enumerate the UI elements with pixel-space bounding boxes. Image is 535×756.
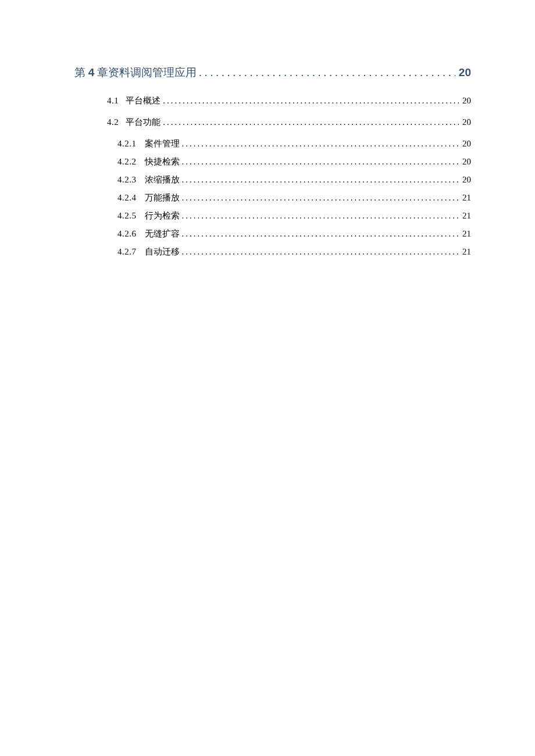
subsection-number: 4.2.3 [117, 175, 137, 185]
toc-leader-dots [182, 157, 459, 167]
section-number: 4.2 [107, 117, 119, 127]
toc-chapter-page: 20 [459, 66, 471, 79]
document-page: 第 4 章资料调阅管理应用 20 4.1 平台概述 20 4.2 平台功能 20… [0, 0, 535, 257]
toc-subsection-entry: 4.2.2 快捷检索 20 [117, 156, 471, 167]
subsection-page: 20 [462, 139, 471, 149]
section-page: 20 [462, 96, 471, 106]
toc-chapter-title: 第 4 章资料调阅管理应用 [74, 65, 197, 80]
toc-subsection-entry: 4.2.7 自动迁移 21 [117, 246, 471, 257]
subsection-number: 4.2.2 [117, 157, 137, 167]
subsection-page: 21 [462, 229, 471, 239]
toc-section-entry: 4.2 平台功能 20 [107, 117, 471, 128]
toc-section-entry: 4.1 平台概述 20 [107, 95, 471, 106]
subsection-page: 20 [462, 157, 471, 167]
chapter-text: 资料调阅管理应用 [108, 66, 197, 78]
toc-subsection-entry: 4.2.1 案件管理 20 [117, 138, 471, 149]
toc-subsection-entry: 4.2.6 无缝扩容 21 [117, 228, 471, 239]
subsection-title: 无缝扩容 [145, 228, 180, 239]
toc-leader-dots [182, 229, 459, 239]
subsection-number: 4.2.5 [117, 211, 137, 221]
subsection-title: 浓缩播放 [145, 174, 180, 185]
subsection-title: 快捷检索 [145, 156, 180, 167]
toc-leader-dots [182, 139, 459, 149]
toc-subsection-entry: 4.2.4 万能播放 21 [117, 192, 471, 203]
section-title: 平台概述 [126, 95, 160, 106]
toc-leader-dots [182, 211, 459, 221]
subsection-number: 4.2.4 [117, 193, 137, 203]
toc-leader-dots [182, 193, 459, 203]
toc-subsection-entry: 4.2.5 行为检索 21 [117, 210, 471, 221]
chapter-prefix: 第 [74, 66, 88, 78]
subsection-number: 4.2.1 [117, 139, 137, 149]
toc-chapter-entry: 第 4 章资料调阅管理应用 20 [74, 65, 471, 80]
section-number: 4.1 [107, 96, 119, 106]
toc-leader-dots [182, 247, 459, 257]
toc-subsection-entry: 4.2.3 浓缩播放 20 [117, 174, 471, 185]
section-page: 20 [462, 117, 471, 127]
subsection-title: 万能播放 [145, 192, 180, 203]
subsection-page: 21 [462, 247, 471, 257]
subsection-title: 自动迁移 [145, 246, 180, 257]
chapter-suffix: 章 [94, 66, 108, 78]
subsection-page: 21 [462, 211, 471, 221]
subsection-page: 20 [462, 175, 471, 185]
toc-leader-dots [199, 66, 455, 79]
subsection-number: 4.2.7 [117, 247, 137, 257]
subsection-number: 4.2.6 [117, 229, 137, 239]
subsection-page: 21 [462, 193, 471, 203]
subsection-title: 案件管理 [145, 138, 180, 149]
section-title: 平台功能 [126, 117, 160, 128]
subsection-title: 行为检索 [145, 210, 180, 221]
toc-leader-dots [163, 96, 459, 106]
toc-leader-dots [182, 175, 459, 185]
chapter-number: 4 [88, 66, 95, 78]
toc-leader-dots [163, 117, 459, 127]
